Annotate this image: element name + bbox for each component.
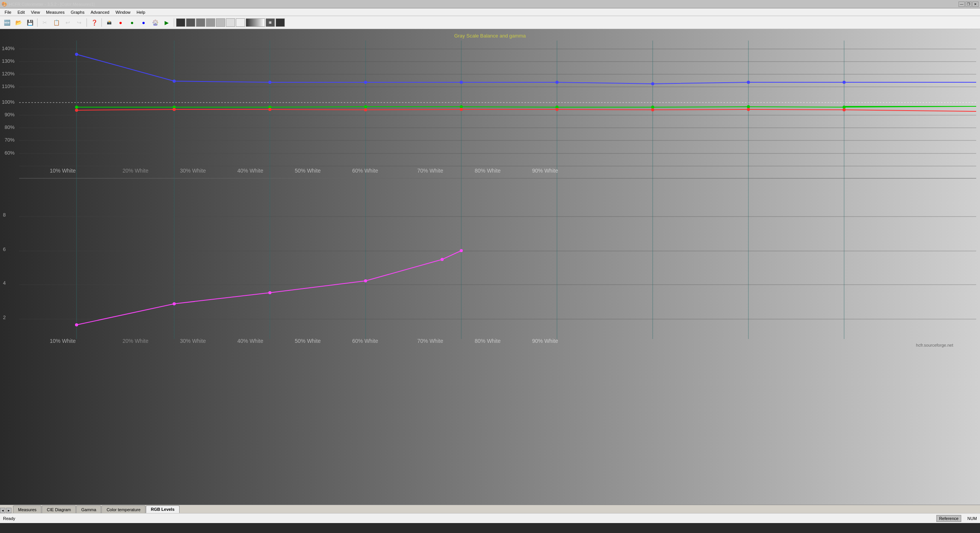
xlabel-50-bot: 50% White bbox=[295, 338, 321, 344]
blue-point-50 bbox=[460, 81, 463, 84]
toolbar-pat8[interactable] bbox=[246, 18, 265, 27]
toolbar-green[interactable]: ● bbox=[127, 18, 137, 28]
tab-left-arrow[interactable]: ◄ bbox=[0, 508, 5, 513]
y-label-6: 6 bbox=[3, 246, 6, 252]
y-label-90: 90% bbox=[5, 112, 15, 117]
toolbar-play2[interactable]: ▶ bbox=[161, 18, 172, 28]
xlabel-10-top: 10% White bbox=[50, 168, 76, 174]
chart-container: Gray Scale Balance and gamma 140% 130% 1… bbox=[0, 29, 980, 523]
blue-point-10 bbox=[75, 53, 78, 56]
gamma-point-50a bbox=[441, 258, 444, 261]
tab-nav: ◄ ► bbox=[0, 508, 11, 513]
toolbar-open[interactable]: 📂 bbox=[13, 18, 24, 28]
menu-window[interactable]: Window bbox=[113, 9, 134, 15]
tabs: ◄ ► Measures CIE Diagram Gamma Color tem… bbox=[0, 505, 980, 513]
tab-measures[interactable]: Measures bbox=[13, 505, 41, 513]
num-indicator: NUM bbox=[967, 516, 977, 521]
xlabel-70-bot: 70% White bbox=[417, 338, 443, 344]
toolbar-capture[interactable]: 📸 bbox=[104, 18, 114, 28]
toolbar-cut[interactable]: ✂ bbox=[39, 18, 50, 28]
chart-title: Gray Scale Balance and gamma bbox=[454, 33, 526, 39]
status-bar: Ready Reference NUM bbox=[0, 513, 980, 523]
gamma-point-20 bbox=[173, 302, 176, 305]
svg-rect-0 bbox=[0, 29, 980, 523]
window-title: HCFR Colorimeter - 3.5.2 - [Color Measur… bbox=[9, 2, 95, 7]
blue-point-40 bbox=[364, 81, 367, 84]
blue-point-30 bbox=[268, 81, 271, 84]
xlabel-20-bot: 20% White bbox=[122, 338, 149, 344]
menu-help[interactable]: Help bbox=[134, 9, 149, 15]
toolbar-copy[interactable]: 📋 bbox=[51, 18, 62, 28]
y-label-4: 4 bbox=[3, 280, 6, 286]
toolbar-blue[interactable]: ● bbox=[138, 18, 149, 28]
toolbar-save[interactable]: 💾 bbox=[24, 18, 35, 28]
gamma-point-10 bbox=[75, 323, 78, 326]
toolbar-sep3 bbox=[101, 18, 102, 27]
xlabel-80-bot: 80% White bbox=[475, 338, 501, 344]
tab-gamma[interactable]: Gamma bbox=[76, 505, 101, 513]
toolbar-pat4[interactable] bbox=[206, 18, 215, 27]
gamma-point-30 bbox=[268, 291, 271, 294]
green-point-10 bbox=[75, 106, 78, 109]
y-label-100: 100% bbox=[2, 99, 15, 105]
gamma-point-40 bbox=[364, 279, 367, 282]
tab-right-arrow[interactable]: ► bbox=[6, 508, 11, 513]
red-point-80 bbox=[747, 108, 750, 111]
xlabel-90-top: 90% White bbox=[532, 168, 558, 174]
toolbar: 🆕 📂 💾 ✂ 📋 ↩ ↪ ❓ 📸 ● ● ● 🎡 ▶ ▦ bbox=[0, 16, 980, 29]
title-bar: 🎨 HCFR Colorimeter - 3.5.2 - [Color Meas… bbox=[0, 0, 980, 8]
xlabel-30-top: 30% White bbox=[180, 168, 206, 174]
blue-point-90 bbox=[843, 81, 846, 84]
xlabel-90-bot: 90% White bbox=[532, 338, 558, 344]
xlabel-80-top: 80% White bbox=[475, 168, 501, 174]
toolbar-red[interactable]: ● bbox=[115, 18, 126, 28]
menu-edit[interactable]: Edit bbox=[15, 9, 28, 15]
toolbar-new[interactable]: 🆕 bbox=[2, 18, 12, 28]
toolbar-pat5[interactable] bbox=[216, 18, 225, 27]
toolbar-pat2[interactable] bbox=[186, 18, 195, 27]
toolbar-pat7[interactable] bbox=[236, 18, 245, 27]
xlabel-40-top: 40% White bbox=[237, 168, 263, 174]
y-label-80: 80% bbox=[5, 124, 15, 130]
toolbar-sep2 bbox=[87, 18, 87, 27]
y-label-110: 110% bbox=[2, 83, 15, 89]
green-point-50 bbox=[460, 105, 463, 108]
titlebar-controls: — ❐ ✕ bbox=[959, 2, 978, 7]
toolbar-pat6[interactable] bbox=[226, 18, 235, 27]
menu-graphs[interactable]: Graphs bbox=[68, 9, 88, 15]
xlabel-30-bot: 30% White bbox=[180, 338, 206, 344]
menu-file[interactable]: File bbox=[2, 9, 15, 15]
tab-rgb-levels[interactable]: RGB Levels bbox=[146, 505, 180, 513]
reference-label: Reference bbox=[936, 515, 961, 522]
toolbar-pat1[interactable] bbox=[176, 18, 185, 27]
watermark: hcfr.sourceforge.net bbox=[916, 343, 953, 347]
toolbar-undo[interactable]: ↩ bbox=[62, 18, 73, 28]
close-button[interactable]: ✕ bbox=[972, 2, 978, 7]
xlabel-50-top: 50% White bbox=[295, 168, 321, 174]
gamma-point-50b bbox=[460, 249, 463, 252]
red-point-30 bbox=[268, 108, 271, 111]
xlabel-60-top: 60% White bbox=[352, 168, 378, 174]
toolbar-redo[interactable]: ↪ bbox=[74, 18, 85, 28]
toolbar-sep1 bbox=[37, 18, 38, 27]
y-label-8: 8 bbox=[3, 212, 6, 218]
restore-button[interactable]: ❐ bbox=[965, 2, 972, 7]
xlabel-60-bot: 60% White bbox=[352, 338, 378, 344]
blue-point-70 bbox=[651, 82, 654, 85]
y-label-70: 70% bbox=[5, 137, 15, 143]
tab-cie[interactable]: CIE Diagram bbox=[42, 505, 76, 513]
red-point-20 bbox=[173, 108, 176, 111]
toolbar-help[interactable]: ❓ bbox=[89, 18, 100, 28]
toolbar-colorwheel[interactable]: 🎡 bbox=[150, 18, 160, 28]
toolbar-pat3[interactable] bbox=[196, 18, 205, 27]
toolbar-pat10[interactable] bbox=[276, 18, 285, 27]
toolbar-pat9[interactable]: ▦ bbox=[266, 18, 275, 27]
minimize-button[interactable]: — bbox=[959, 2, 965, 7]
y-label-140: 140% bbox=[2, 46, 15, 51]
menu-measures[interactable]: Measures bbox=[43, 9, 67, 15]
green-point-70 bbox=[651, 106, 654, 109]
menu-view[interactable]: View bbox=[28, 9, 43, 15]
menu-advanced[interactable]: Advanced bbox=[88, 9, 113, 15]
tab-color-temp[interactable]: Color temperature bbox=[101, 505, 145, 513]
green-point-40 bbox=[364, 105, 367, 108]
